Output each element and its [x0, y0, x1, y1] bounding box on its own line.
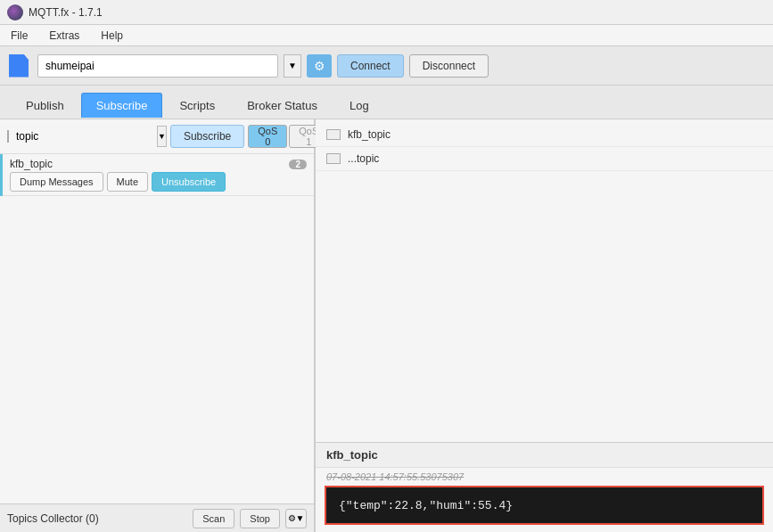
detail-timestamp: 07-08-2021 14:57:55.53075307 [316, 468, 773, 486]
topics-collector: Topics Collector (0) Scan Stop ⚙▼ [0, 503, 314, 532]
broker-dropdown-btn[interactable]: ▼ [284, 54, 301, 78]
menu-bar: File Extras Help [0, 25, 773, 46]
scan-button[interactable]: Scan [193, 509, 234, 528]
menu-help[interactable]: Help [97, 28, 127, 44]
tab-scripts[interactable]: Scripts [164, 93, 230, 118]
collector-label: Topics Collector (0) [7, 512, 187, 525]
msg-topic-item-1[interactable]: ...topic [316, 147, 773, 171]
app-title: MQTT.fx - 1.7.1 [29, 6, 103, 19]
message-detail: kfb_topic 07-08-2021 14:57:55.53075307 {… [316, 442, 773, 532]
sub-item-name: kfb_topic [10, 158, 53, 170]
left-panel: ▼ Subscribe QoS 0 QoS 1 QoS 2 kfb_topic … [0, 119, 316, 532]
stop-button[interactable]: Stop [240, 509, 280, 528]
gear-button[interactable]: ⚙ [307, 54, 332, 78]
disconnect-button[interactable]: Disconnect [409, 54, 489, 78]
sub-item-header: kfb_topic 2 [10, 158, 307, 170]
broker-input[interactable] [37, 54, 278, 78]
topic-input[interactable] [12, 126, 153, 147]
tab-publish[interactable]: Publish [11, 93, 79, 118]
qos0-button[interactable]: QoS 0 [248, 125, 287, 148]
tab-log[interactable]: Log [334, 93, 384, 118]
msg-topic-icon-0 [326, 129, 341, 140]
collector-settings-button[interactable]: ⚙▼ [285, 509, 307, 528]
topic-dropdown-btn[interactable]: ▼ [157, 126, 167, 147]
tab-bar: Publish Subscribe Scripts Broker Status … [0, 86, 773, 119]
sub-item-controls: Dump Messages Mute Unsubscribe [10, 172, 307, 192]
dump-messages-button[interactable]: Dump Messages [10, 172, 103, 192]
right-panel: kfb_topic ...topic kfb_topic 07-08-2021 … [316, 119, 773, 532]
subscribe-button[interactable]: Subscribe [170, 125, 244, 148]
main-content: ▼ Subscribe QoS 0 QoS 1 QoS 2 kfb_topic … [0, 119, 773, 532]
app-icon [7, 4, 23, 20]
tab-subscribe[interactable]: Subscribe [81, 93, 163, 118]
subscription-list: kfb_topic 2 Dump Messages Mute Unsubscri… [0, 154, 314, 503]
menu-file[interactable]: File [7, 28, 31, 44]
msg-topic-name-0: kfb_topic [348, 128, 391, 141]
topic-bar: ▼ Subscribe QoS 0 QoS 1 QoS 2 [0, 119, 314, 154]
sub-item-kfb-topic: kfb_topic 2 Dump Messages Mute Unsubscri… [3, 154, 314, 196]
message-list: kfb_topic ...topic [316, 119, 773, 442]
broker-file-icon [9, 54, 29, 78]
topic-folder-icon [7, 130, 9, 143]
tab-broker-status[interactable]: Broker Status [232, 93, 333, 118]
unsubscribe-button[interactable]: Unsubscribe [152, 172, 226, 192]
subscription-item: kfb_topic 2 Dump Messages Mute Unsubscri… [0, 154, 314, 196]
msg-topic-name-1: ...topic [348, 152, 379, 165]
msg-topic-item-0[interactable]: kfb_topic [316, 123, 773, 147]
connect-button[interactable]: Connect [337, 54, 404, 78]
title-bar: MQTT.fx - 1.7.1 [0, 0, 773, 25]
detail-payload: {"temp":22.8,"humi":55.4} [325, 486, 764, 525]
mute-button[interactable]: Mute [107, 172, 148, 192]
menu-extras[interactable]: Extras [45, 28, 83, 44]
detail-header: kfb_topic [316, 443, 773, 468]
sub-indicator [0, 154, 3, 196]
connection-bar: ▼ ⚙ Connect Disconnect [0, 46, 773, 86]
msg-topic-icon-1 [326, 153, 341, 164]
sub-item-badge: 2 [289, 160, 307, 169]
